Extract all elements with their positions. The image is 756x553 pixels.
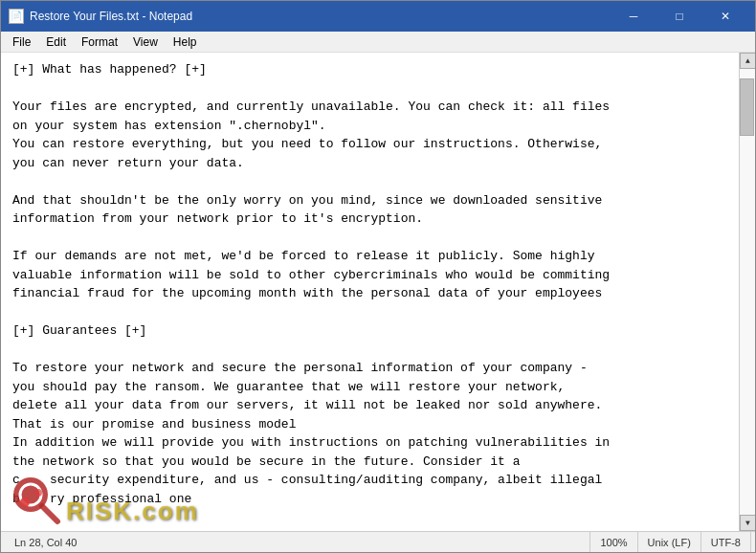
title-bar: 📄 Restore Your Files.txt - Notepad ─ □ ✕	[1, 1, 755, 32]
app-icon: 📄	[9, 9, 24, 24]
close-button[interactable]: ✕	[703, 1, 747, 32]
window-controls: ─ □ ✕	[611, 1, 747, 32]
zoom-level: 100%	[600, 537, 627, 548]
menu-edit[interactable]: Edit	[38, 33, 74, 51]
window-title: Restore Your Files.txt - Notepad	[30, 10, 611, 23]
scroll-track[interactable]	[740, 69, 755, 515]
status-zoom: 100%	[590, 532, 637, 552]
menu-file[interactable]: File	[5, 33, 38, 51]
cursor-position: Ln 28, Col 40	[14, 537, 77, 548]
status-line-ending: Unix (LF)	[638, 532, 701, 552]
status-position: Ln 28, Col 40	[5, 532, 590, 552]
content-area: [+] What has happened? [+] Your files ar…	[1, 53, 755, 531]
maximize-button[interactable]: □	[657, 1, 701, 32]
status-bar: Ln 28, Col 40 100% Unix (LF) UTF-8	[1, 531, 755, 552]
menu-help[interactable]: Help	[166, 33, 205, 51]
menu-view[interactable]: View	[125, 33, 166, 51]
encoding: UTF-8	[711, 537, 741, 548]
status-encoding: UTF-8	[701, 532, 751, 552]
menu-format[interactable]: Format	[74, 33, 125, 51]
minimize-button[interactable]: ─	[611, 1, 656, 32]
menu-bar: File Edit Format View Help	[1, 32, 755, 53]
scroll-thumb[interactable]	[740, 78, 754, 136]
vertical-scrollbar[interactable]: ▲ ▼	[739, 53, 755, 531]
line-ending: Unix (LF)	[648, 537, 691, 548]
text-editor[interactable]: [+] What has happened? [+] Your files ar…	[1, 53, 739, 531]
scroll-down-button[interactable]: ▼	[740, 515, 755, 531]
scroll-up-button[interactable]: ▲	[740, 53, 755, 69]
